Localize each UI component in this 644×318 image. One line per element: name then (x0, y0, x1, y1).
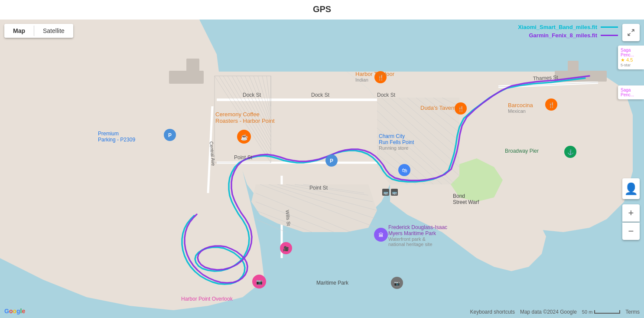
svg-rect-56 (169, 71, 204, 84)
zoom-in-button[interactable]: + (622, 204, 640, 222)
svg-text:🛍: 🛍 (402, 167, 407, 174)
svg-text:P: P (330, 158, 333, 164)
svg-text:Dock St: Dock St (243, 92, 261, 98)
svg-text:🚌: 🚌 (392, 190, 397, 195)
terms-link[interactable]: Terms (625, 309, 640, 315)
svg-text:📷: 📷 (394, 280, 400, 286)
map-data-attribution: Map data ©2024 Google (520, 309, 577, 315)
svg-text:⚓: ⚓ (567, 149, 574, 155)
map-legend: Xiaomi_Smart_Band_miles.fit Garmin_Fenix… (518, 24, 618, 40)
svg-text:🍴: 🍴 (548, 102, 555, 108)
svg-rect-59 (568, 61, 579, 72)
svg-text:Dock St: Dock St (377, 92, 396, 98)
svg-line-97 (628, 33, 630, 36)
pegman-button[interactable]: 👤 (622, 178, 640, 199)
page-container: GPS (0, 0, 644, 318)
xiaomi-label: Xiaomi_Smart_Band_miles.fit (518, 24, 597, 30)
map-svg: Thames St Dock St Dock St Dock St Point … (0, 20, 644, 318)
svg-text:☕: ☕ (241, 134, 248, 141)
map-footer: Keyboard shortcuts Map data ©2024 Google… (0, 306, 644, 318)
zoom-out-button[interactable]: − (622, 223, 640, 240)
svg-text:🍴: 🍴 (458, 105, 464, 112)
map-type-toggle: Map Satellite (4, 24, 73, 38)
svg-text:🚌: 🚌 (383, 190, 389, 195)
saga-penca-card-1[interactable]: Saga Penc... ★ 4.5 5-star (618, 46, 644, 71)
keyboard-shortcuts-link[interactable]: Keyboard shortcuts (470, 309, 515, 315)
svg-text:Dock St: Dock St (311, 92, 330, 98)
legend-item-garmin: Garmin_Fenix_8_miles.fit (518, 32, 618, 39)
svg-text:P: P (168, 132, 172, 138)
svg-text:Point St: Point St (234, 154, 253, 161)
xiaomi-line (601, 26, 618, 28)
page-title: GPS (0, 4, 644, 14)
map-container: Thames St Dock St Dock St Dock St Point … (0, 20, 644, 318)
scale-line-graphic (594, 310, 620, 314)
garmin-line (601, 35, 618, 36)
svg-text:🏛: 🏛 (378, 232, 384, 238)
scale-bar: 50 m (582, 309, 620, 315)
garmin-label: Garmin_Fenix_8_miles.fit (529, 32, 597, 39)
map-controls: 👤 + − (622, 178, 640, 240)
satellite-button[interactable]: Satellite (34, 24, 73, 38)
fullscreen-button[interactable] (622, 24, 640, 41)
svg-text:🎥: 🎥 (283, 246, 289, 252)
saga-penca-card-2[interactable]: Saga Penc... (618, 85, 644, 99)
svg-line-96 (632, 30, 634, 32)
saga-penca-1-name: Saga (621, 48, 641, 52)
svg-rect-57 (186, 59, 199, 72)
svg-text:Point St: Point St (309, 185, 328, 191)
svg-text:📷: 📷 (256, 279, 263, 285)
svg-text:🍴: 🍴 (377, 74, 384, 81)
legend-item-xiaomi: Xiaomi_Smart_Band_miles.fit (518, 24, 618, 30)
map-button[interactable]: Map (4, 24, 34, 38)
